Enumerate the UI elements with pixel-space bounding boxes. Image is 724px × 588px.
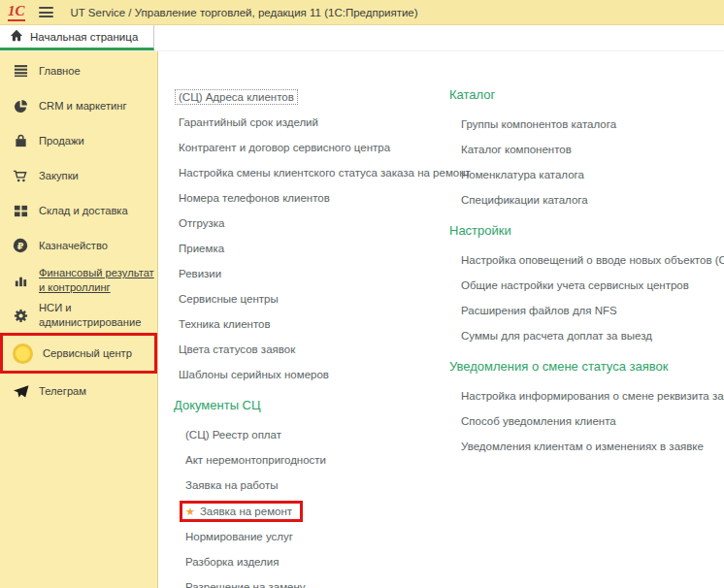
section-title: Уведомления о смене статуса заявок [449, 359, 724, 374]
content-link[interactable]: Суммы для расчета доплат за выезд [461, 330, 652, 342]
sidebar-item-finrezultat[interactable]: Финансовый результат и контроллинг [0, 263, 157, 298]
top-bar: 1С UT Service / Управление торговлей, ре… [0, 0, 724, 25]
bar-chart-icon [10, 274, 31, 288]
window-title: UT Service / Управление торговлей, редак… [71, 7, 418, 18]
content-link-adresa-klientov[interactable]: (СЦ) Адреса клиентов [175, 89, 298, 105]
right-column: Каталог Группы компонентов каталога Ката… [449, 87, 724, 588]
section-nastroyki: Настройки Настройка оповещений о вводе н… [449, 223, 724, 343]
content-link[interactable]: Техника клиентов [179, 318, 271, 330]
content-link[interactable]: Настройка смены клиентского статуса зака… [179, 167, 471, 179]
content-link[interactable]: Номера телефонов клиентов [179, 192, 330, 204]
cart-icon [10, 169, 31, 183]
content-link[interactable]: Сервисные центры [179, 293, 279, 305]
menu-lines-icon [10, 64, 31, 78]
paper-plane-icon [10, 384, 31, 399]
content-link[interactable]: Номенклатура каталога [461, 169, 584, 180]
1c-logo: 1С [8, 4, 25, 21]
section-documents-sc: Документы СЦ (СЦ) Реестр оплат Акт нерем… [174, 398, 449, 588]
content-link[interactable]: Каталог компонентов [461, 144, 572, 155]
content-link[interactable]: Акт неремонтопригодности [185, 454, 326, 466]
section-uvedomleniya: Уведомления о смене статуса заявок Настр… [449, 359, 724, 454]
left-column: (СЦ) Адреса клиентов Гарантийный срок из… [174, 87, 449, 588]
section-title: Документы СЦ [174, 398, 449, 412]
favorite-star-icon: ★ [185, 506, 195, 517]
content-link-zayavka-na-remont[interactable]: ★ Заявка на ремонт [180, 501, 303, 522]
service-links-list: (СЦ) Адреса клиентов Гарантийный срок из… [174, 87, 449, 382]
sidebar-item-telegram[interactable]: Телеграм [0, 374, 157, 408]
section-katalog: Каталог Группы компонентов каталога Ката… [449, 87, 724, 208]
shopping-bag-icon [10, 134, 31, 148]
sidebar-item-service-center[interactable]: Сервисный центр [0, 333, 157, 374]
page-body: Главное CRM и маркетинг Продажи Закупки … [0, 51, 724, 588]
content-link[interactable]: Группы компонентов каталога [461, 118, 616, 130]
content-link[interactable]: Разрешение на замену [185, 581, 306, 588]
main-content: (СЦ) Адреса клиентов Гарантийный срок из… [158, 51, 724, 588]
ruble-circle-icon: ₽ [10, 238, 31, 253]
sidebar-item-sklad[interactable]: Склад и доставка [0, 193, 157, 228]
content-link[interactable]: Нормирование услуг [185, 531, 293, 542]
sidebar-item-zakupki[interactable]: Закупки [0, 158, 157, 193]
sidebar-item-glavnoe[interactable]: Главное [0, 53, 157, 88]
tab-label: Начальная страница [30, 31, 138, 43]
content-link[interactable]: Ревизии [179, 268, 221, 279]
content-link[interactable]: Настройка оповещений о вводе новых объек… [461, 254, 724, 266]
content-link[interactable]: Общие настройки учета сервисных центров [461, 279, 689, 291]
sidebar-item-nsi[interactable]: НСИ и администрирование [0, 298, 157, 333]
content-link[interactable]: Приемка [179, 243, 224, 254]
content-link[interactable]: Шаблоны серийных номеров [179, 369, 329, 380]
sidebar-item-kaznacheystvo[interactable]: ₽ Казначейство [0, 228, 157, 263]
content-link[interactable]: Контрагент и договор сервисного центра [179, 142, 390, 153]
section-title: Настройки [449, 223, 724, 238]
content-link[interactable]: Настройка информирования о смене реквизи… [461, 390, 724, 402]
sidebar-item-crm[interactable]: CRM и маркетинг [0, 88, 157, 123]
sidebar-item-prodazhi[interactable]: Продажи [0, 123, 157, 158]
content-link[interactable]: (СЦ) Реестр оплат [185, 429, 281, 441]
content-link[interactable]: Заявка на работы [185, 479, 279, 491]
sidebar: Главное CRM и маркетинг Продажи Закупки … [0, 51, 158, 588]
content-link[interactable]: Отгрузка [179, 217, 224, 229]
section-title: Каталог [449, 87, 724, 102]
svg-text:₽: ₽ [17, 241, 24, 251]
gear-icon [10, 309, 31, 323]
grid-icon [10, 204, 31, 218]
content-link[interactable]: Расширения файлов для NFS [461, 305, 617, 316]
tab-bar: Начальная страница [0, 25, 724, 51]
pie-chart-icon [10, 99, 31, 114]
content-link[interactable]: Спецификации каталога [461, 194, 588, 206]
hamburger-menu-icon[interactable] [39, 7, 53, 17]
yellow-circle-icon [10, 343, 35, 364]
content-link[interactable]: Цвета статусов заявок [179, 343, 295, 355]
content-link[interactable]: Уведомления клиентам о изменениях в заяв… [461, 441, 704, 452]
tab-home-page[interactable]: Начальная страница [0, 25, 154, 50]
content-link[interactable]: Гарантийный срок изделий [179, 116, 318, 128]
home-icon [10, 28, 23, 46]
content-link[interactable]: Разборка изделия [185, 556, 279, 568]
content-link[interactable]: Способ уведомления клиента [461, 415, 616, 427]
